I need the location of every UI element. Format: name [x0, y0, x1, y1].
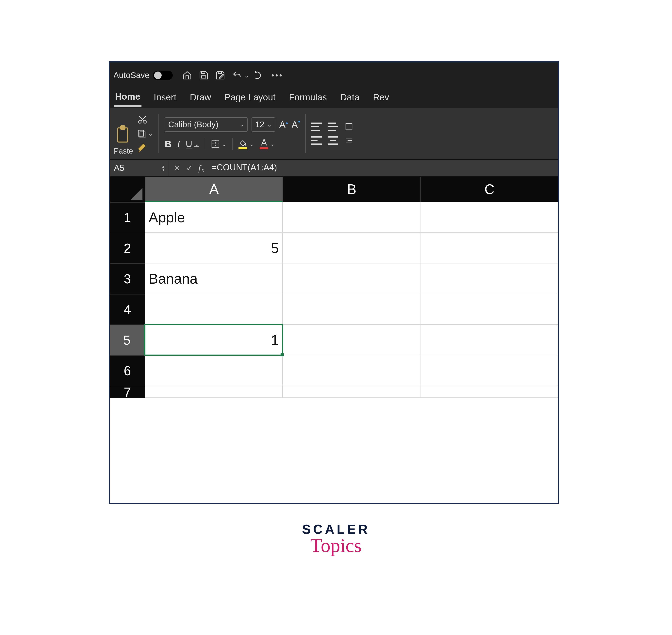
row-header-2[interactable]: 2	[110, 233, 145, 263]
font-group: Calibri (Body) ⌄ 12 ⌄ A▴ A▴ B I U ⌄ ⌄	[164, 110, 300, 157]
cell-c6[interactable]	[420, 355, 558, 386]
tab-draw[interactable]: Draw	[189, 90, 212, 106]
row-header-7[interactable]: 7	[110, 386, 145, 398]
cut-icon[interactable]	[137, 114, 149, 124]
align-center-icon[interactable]	[328, 136, 338, 145]
cell-b4[interactable]	[283, 294, 420, 325]
clipboard-side: ⌄	[137, 110, 153, 157]
cell-b1[interactable]	[283, 202, 420, 233]
row-header-3[interactable]: 3	[110, 263, 145, 294]
cell-b7[interactable]	[283, 386, 420, 398]
row-header-5[interactable]: 5	[110, 325, 145, 355]
select-all-corner[interactable]	[110, 177, 145, 202]
font-size-dropdown[interactable]: 12 ⌄	[251, 117, 275, 132]
alignment-group	[311, 110, 354, 157]
cell-a3[interactable]: Banana	[145, 263, 283, 294]
italic-button[interactable]: I	[177, 138, 180, 149]
align-left-icon[interactable]	[311, 136, 322, 145]
format-painter-icon[interactable]	[137, 143, 149, 153]
undo-icon[interactable]	[231, 70, 243, 81]
confirm-formula-icon[interactable]: ✓	[186, 163, 193, 173]
chevron-down-icon: ⌄	[267, 122, 272, 128]
svg-rect-3	[118, 128, 128, 142]
tab-data[interactable]: Data	[339, 90, 361, 106]
font-name-dropdown[interactable]: Calibri (Body) ⌄	[164, 117, 248, 132]
orientation-icon[interactable]	[344, 123, 354, 131]
row-header-4[interactable]: 4	[110, 294, 145, 325]
formula-text: =COUNT(A1:A4)	[211, 162, 277, 172]
column-header-a[interactable]: A	[145, 177, 283, 202]
cell-a6[interactable]	[145, 355, 283, 386]
column-header-b[interactable]: B	[283, 177, 420, 202]
name-box[interactable]: A5 ▴▾	[110, 160, 169, 176]
ribbon-tabs: Home Insert Draw Page Layout Formulas Da…	[110, 88, 558, 108]
brand-line2: Topics	[302, 534, 370, 556]
cell-a2[interactable]: 5	[145, 233, 283, 263]
fill-color-button[interactable]: ⌄	[238, 138, 254, 149]
cell-b6[interactable]	[283, 355, 420, 386]
tab-page-layout[interactable]: Page Layout	[223, 90, 277, 106]
spreadsheet-grid: A B C 1 Apple 2 5 3 Banana	[110, 177, 558, 504]
cell-a1[interactable]: Apple	[145, 202, 283, 233]
name-box-stepper-icon[interactable]: ▴▾	[162, 165, 164, 171]
borders-button[interactable]: ⌄	[210, 139, 227, 149]
redo-icon[interactable]	[253, 70, 265, 81]
fx-icon[interactable]: fx	[198, 163, 204, 173]
cell-c2[interactable]	[420, 233, 558, 263]
row-header-6[interactable]: 6	[110, 355, 145, 386]
cell-a5[interactable]: 1	[145, 325, 283, 355]
copy-icon[interactable]: ⌄	[137, 129, 153, 138]
align-middle-icon[interactable]	[328, 123, 338, 131]
cell-c4[interactable]	[420, 294, 558, 325]
font-name-value: Calibri (Body)	[168, 120, 218, 129]
svg-rect-1	[202, 76, 206, 78]
increase-font-icon[interactable]: A▴	[279, 119, 288, 130]
paste-label: Paste	[114, 147, 133, 155]
decrease-font-icon[interactable]: A▴	[291, 119, 300, 130]
save-edit-icon[interactable]	[215, 70, 226, 81]
cell-b2[interactable]	[283, 233, 420, 263]
cell-a4[interactable]	[145, 294, 283, 325]
column-headers: A B C	[110, 177, 558, 202]
svg-rect-4	[120, 126, 125, 129]
formula-bar: A5 ▴▾ ✕ ✓ fx =COUNT(A1:A4)	[110, 159, 558, 177]
formula-input[interactable]: =COUNT(A1:A4)	[209, 162, 558, 174]
font-size-value: 12	[255, 120, 264, 129]
paste-icon[interactable]	[115, 125, 132, 145]
cell-c7[interactable]	[420, 386, 558, 398]
indent-icon[interactable]	[344, 136, 354, 145]
save-icon[interactable]	[198, 70, 209, 81]
underline-button[interactable]: U ⌄	[186, 138, 199, 149]
ribbon-body: Paste ⌄ Calibri (Body) ⌄ 12	[110, 108, 558, 159]
cell-c3[interactable]	[420, 263, 558, 294]
tab-formulas[interactable]: Formulas	[288, 90, 328, 106]
home-icon[interactable]	[181, 70, 193, 81]
align-top-icon[interactable]	[311, 123, 322, 131]
cell-b3[interactable]	[283, 263, 420, 294]
svg-rect-2	[218, 71, 222, 73]
brand-watermark: SCALER Topics	[302, 522, 370, 556]
autosave-toggle-group: AutoSave	[113, 70, 173, 80]
cell-c5[interactable]	[420, 325, 558, 355]
cell-b5[interactable]	[283, 325, 420, 355]
svg-rect-0	[202, 71, 205, 73]
font-color-button[interactable]: A ⌄	[260, 138, 275, 149]
row-header-1[interactable]: 1	[110, 202, 145, 233]
cell-a7[interactable]	[145, 386, 283, 398]
svg-rect-8	[140, 132, 145, 138]
column-header-c[interactable]: C	[420, 177, 558, 202]
tab-insert[interactable]: Insert	[153, 90, 178, 106]
title-bar: AutoSave ⌄ •••	[110, 63, 558, 88]
cancel-formula-icon[interactable]: ✕	[174, 163, 181, 173]
undo-dropdown-icon[interactable]: ⌄	[244, 72, 249, 79]
bold-button[interactable]: B	[164, 138, 172, 149]
paste-group: Paste	[114, 110, 133, 157]
more-commands-icon[interactable]: •••	[271, 71, 283, 80]
autosave-toggle[interactable]	[153, 70, 173, 80]
tab-review[interactable]: Rev	[372, 90, 390, 106]
svg-rect-10	[346, 124, 352, 130]
cell-c1[interactable]	[420, 202, 558, 233]
autosave-label: AutoSave	[113, 70, 149, 80]
tab-home[interactable]: Home	[114, 89, 141, 107]
chevron-down-icon: ⌄	[240, 122, 244, 128]
